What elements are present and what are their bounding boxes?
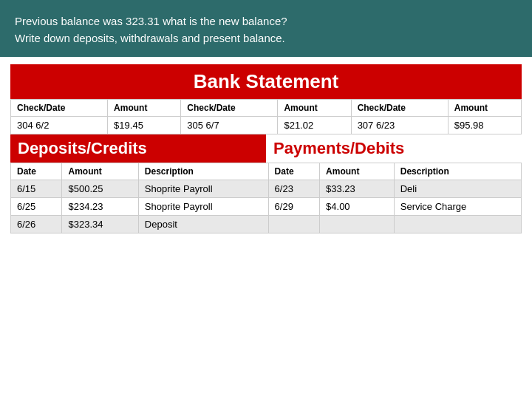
amount-header-1: Amount bbox=[108, 100, 181, 117]
check-amount-1: $19.45 bbox=[108, 117, 181, 134]
check-amount-2: $21.02 bbox=[278, 117, 351, 134]
transactions-table: Date Amount Description Date Amount Desc… bbox=[10, 163, 522, 233]
amount-header-3: Amount bbox=[448, 100, 521, 117]
section-headers: Deposits/Credits Payments/Debits bbox=[10, 134, 522, 163]
pay-date-header: Date bbox=[268, 163, 319, 180]
check-date-header-2: Check/Date bbox=[181, 100, 278, 117]
check-date-2: 305 6/7 bbox=[181, 117, 278, 134]
dep-description-header: Description bbox=[138, 163, 268, 180]
table-row: 6/15$500.25Shoprite Payroll6/23$33.23Del… bbox=[11, 180, 522, 198]
header-subtext: Write down deposits, withdrawals and pre… bbox=[15, 30, 517, 47]
deposits-header: Deposits/Credits bbox=[10, 134, 266, 163]
checks-table: Check/Date Amount Check/Date Amount Chec… bbox=[10, 99, 522, 134]
check-date-header-3: Check/Date bbox=[351, 100, 448, 117]
table-row: 6/25$234.23Shoprite Payroll6/29$4.00Serv… bbox=[11, 198, 522, 216]
bank-statement-title: Bank Statement bbox=[10, 64, 522, 99]
dep-amount-header: Amount bbox=[62, 163, 138, 180]
pay-description-header: Description bbox=[394, 163, 521, 180]
table-row: 6/26$323.34Deposit bbox=[11, 216, 522, 233]
check-amount-3: $95.98 bbox=[448, 117, 521, 134]
check-date-header-1: Check/Date bbox=[11, 100, 108, 117]
amount-header-2: Amount bbox=[278, 100, 351, 117]
check-date-3: 307 6/23 bbox=[351, 117, 448, 134]
header-text: Previous balance was 323.31 what is the … bbox=[15, 13, 517, 30]
payments-header: Payments/Debits bbox=[266, 134, 522, 163]
dep-date-header: Date bbox=[11, 163, 62, 180]
check-date-1: 304 6/2 bbox=[11, 117, 108, 134]
header-section: Previous balance was 323.31 what is the … bbox=[0, 0, 532, 57]
pay-amount-header: Amount bbox=[320, 163, 395, 180]
